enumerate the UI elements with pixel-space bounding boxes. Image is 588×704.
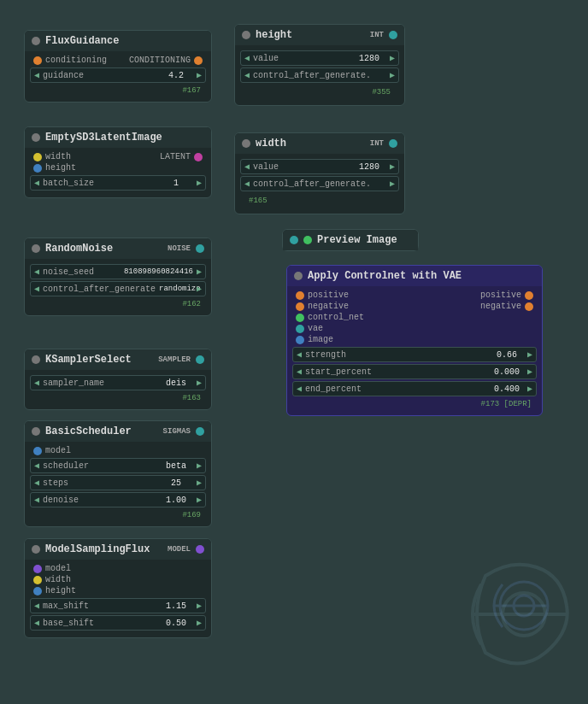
end-pct-left-arrow[interactable]: ◀ bbox=[297, 384, 302, 394]
scheduler-left-arrow[interactable]: ◀ bbox=[34, 461, 39, 471]
ksampler-id: #163 bbox=[30, 392, 206, 404]
width-id-right bbox=[385, 195, 396, 207]
sampler-name-value: deis bbox=[159, 378, 193, 388]
guidance-right-arrow[interactable]: ▶ bbox=[197, 70, 202, 80]
noise-seed-slider[interactable]: ◀ noise_seed 810898960824416 ▶ bbox=[30, 264, 206, 279]
batch-left-arrow[interactable]: ◀ bbox=[34, 178, 39, 188]
guidance-left-arrow[interactable]: ◀ bbox=[34, 70, 39, 80]
preview-dot2 bbox=[303, 236, 312, 244]
end-percent-slider[interactable]: ◀ end_percent 0.400 ▶ bbox=[292, 381, 537, 396]
sampler-output-dot bbox=[196, 355, 204, 364]
height-val-value: 1280 bbox=[352, 54, 386, 63]
width-ctrl-right-arrow[interactable]: ▶ bbox=[390, 179, 395, 189]
denoise-label: denoise bbox=[43, 496, 156, 505]
strength-slider[interactable]: ◀ strength 0.66 ▶ bbox=[292, 347, 537, 362]
empty-sd3-title: EmptySD3LatentImage bbox=[45, 132, 162, 144]
ksampler-header: KSamplerSelect SAMPLER bbox=[25, 349, 211, 370]
preview-dot1 bbox=[290, 236, 298, 244]
height-ctrl-right-arrow[interactable]: ▶ bbox=[390, 70, 395, 80]
steps-value: 25 bbox=[159, 478, 193, 488]
ksampler-body: ◀ sampler_name deis ▶ #163 bbox=[25, 370, 211, 409]
denoise-left-arrow[interactable]: ◀ bbox=[34, 495, 39, 505]
basic-scheduler-title: BasicScheduler bbox=[45, 425, 132, 437]
noise-control-slider[interactable]: ◀ control_after_generate randomize ▶ bbox=[30, 281, 206, 296]
max-shift-left-arrow[interactable]: ◀ bbox=[34, 601, 39, 611]
sampler-right-arrow[interactable]: ▶ bbox=[197, 378, 202, 388]
steps-left-arrow[interactable]: ◀ bbox=[34, 478, 39, 488]
apply-controlnet-node: Apply Controlnet with VAE positive posit… bbox=[286, 265, 543, 416]
width-output-left-dot bbox=[33, 153, 42, 161]
width-val-label: value bbox=[253, 162, 349, 172]
scheduler-model-label: model bbox=[45, 446, 71, 455]
basic-scheduler-node: BasicScheduler SIGMAS model ◀ scheduler … bbox=[24, 420, 212, 527]
height-int-type: INT bbox=[370, 31, 384, 39]
width-value-slider[interactable]: ◀ value 1280 ▶ bbox=[240, 159, 399, 174]
width-control-slider[interactable]: ◀ control_after_generate. ▶ bbox=[240, 176, 399, 191]
max-shift-right-arrow[interactable]: ▶ bbox=[197, 601, 202, 611]
guidance-slider[interactable]: ◀ guidance 4.2 ▶ bbox=[30, 67, 206, 83]
base-shift-right-arrow[interactable]: ▶ bbox=[197, 618, 202, 628]
height-int-dot bbox=[389, 31, 397, 39]
end-pct-right-arrow[interactable]: ▶ bbox=[527, 384, 532, 394]
scheduler-slider[interactable]: ◀ scheduler beta ▶ bbox=[30, 458, 206, 473]
width-val-left-arrow[interactable]: ◀ bbox=[244, 161, 250, 172]
height-val-right-arrow[interactable]: ▶ bbox=[390, 53, 395, 63]
width-int-dot bbox=[389, 139, 397, 148]
batch-right-arrow[interactable]: ▶ bbox=[197, 178, 202, 188]
denoise-value: 1.00 bbox=[159, 496, 193, 505]
steps-right-arrow[interactable]: ▶ bbox=[197, 478, 202, 488]
batch-label: batch_size bbox=[43, 179, 156, 188]
width-val-right-arrow[interactable]: ▶ bbox=[390, 161, 395, 172]
controlnet-image-row: image bbox=[292, 334, 537, 345]
height-output-left-dot bbox=[33, 164, 42, 173]
vae-in-dot bbox=[296, 325, 304, 333]
strength-right-arrow[interactable]: ▶ bbox=[527, 349, 532, 360]
batch-size-slider[interactable]: ◀ batch_size 1 ▶ bbox=[30, 175, 206, 191]
strength-left-arrow[interactable]: ◀ bbox=[297, 349, 302, 360]
max-shift-slider[interactable]: ◀ max_shift 1.15 ▶ bbox=[30, 598, 206, 613]
flux-guidance-title: FluxGuidance bbox=[45, 35, 119, 47]
basic-scheduler-body: model ◀ scheduler beta ▶ ◀ steps 25 ▶ ◀ … bbox=[25, 442, 211, 526]
flux-guidance-conditioning-row: conditioning CONDITIONING bbox=[30, 55, 206, 66]
sigmas-type-label: SIGMAS bbox=[163, 427, 191, 436]
denoise-slider[interactable]: ◀ denoise 1.00 ▶ bbox=[30, 492, 206, 507]
scheduler-model-row: model bbox=[30, 445, 206, 456]
width-ctrl-left-arrow[interactable]: ◀ bbox=[244, 179, 250, 189]
base-shift-left-arrow[interactable]: ◀ bbox=[34, 618, 39, 628]
height-control-slider[interactable]: ◀ control_after_generate. ▶ bbox=[240, 67, 399, 83]
empty-sd3-status-dot bbox=[32, 133, 40, 142]
seed-right-arrow[interactable]: ▶ bbox=[197, 267, 202, 277]
start-pct-left-arrow[interactable]: ◀ bbox=[297, 367, 302, 377]
cnet-in-label: control_net bbox=[308, 313, 364, 322]
negative-in-label: negative bbox=[308, 302, 349, 311]
controlnet-id: #173 [DEPR] bbox=[292, 398, 537, 410]
ksampler-status-dot bbox=[32, 355, 40, 364]
height-val-left-arrow[interactable]: ◀ bbox=[244, 53, 250, 63]
model-type-label: MODEL bbox=[168, 545, 191, 554]
model-sampling-status-dot bbox=[32, 545, 40, 554]
empty-sd3-header: EmptySD3LatentImage bbox=[25, 127, 211, 148]
start-pct-right-arrow[interactable]: ▶ bbox=[527, 367, 532, 377]
seed-label: noise_seed bbox=[43, 267, 121, 277]
flux-guidance-id: #167 bbox=[30, 85, 206, 97]
height-header: height INT bbox=[235, 25, 404, 45]
base-shift-slider[interactable]: ◀ base_shift 0.50 ▶ bbox=[30, 615, 206, 631]
start-percent-slider[interactable]: ◀ start_percent 0.000 ▶ bbox=[292, 364, 537, 379]
height-ctrl-left-arrow[interactable]: ◀ bbox=[244, 70, 250, 80]
sampler-name-label: sampler_name bbox=[43, 378, 156, 388]
msf-width-dot bbox=[33, 576, 42, 584]
width-header: width INT bbox=[235, 133, 404, 154]
preview-image-title: Preview Image bbox=[317, 234, 397, 246]
sampler-name-slider[interactable]: ◀ sampler_name deis ▶ bbox=[30, 375, 206, 390]
max-shift-value: 1.15 bbox=[159, 601, 193, 611]
sampler-left-arrow[interactable]: ◀ bbox=[34, 378, 39, 388]
scheduler-right-arrow[interactable]: ▶ bbox=[197, 461, 202, 471]
noise-ctrl-left-arrow[interactable]: ◀ bbox=[34, 284, 39, 294]
seed-left-arrow[interactable]: ◀ bbox=[34, 267, 39, 277]
height-value-slider[interactable]: ◀ value 1280 ▶ bbox=[240, 50, 399, 66]
controlnet-title: Apply Controlnet with VAE bbox=[308, 270, 462, 282]
base-shift-value: 0.50 bbox=[159, 619, 193, 628]
noise-ctrl-right-arrow[interactable]: ▶ bbox=[197, 284, 202, 294]
steps-slider[interactable]: ◀ steps 25 ▶ bbox=[30, 475, 206, 490]
denoise-right-arrow[interactable]: ▶ bbox=[197, 495, 202, 505]
